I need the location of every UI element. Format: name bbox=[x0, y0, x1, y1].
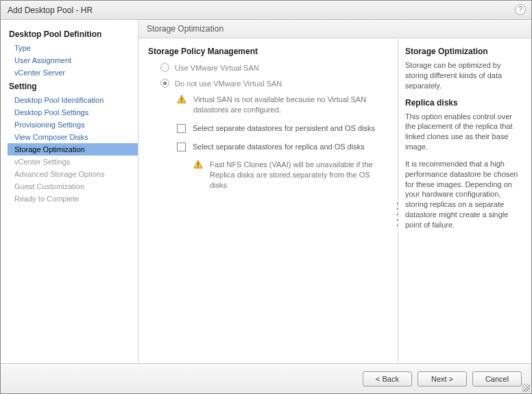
content-area: Storage Policy Management Use VMware Vir… bbox=[138, 38, 531, 363]
note-text: Virtual SAN is not available because no … bbox=[193, 95, 388, 115]
wizard-sidebar: Desktop Pool Definition Type User Assign… bbox=[1, 20, 138, 363]
help-text: This option enables control over the pla… bbox=[405, 112, 524, 152]
sidebar-item-pool-settings[interactable]: Desktop Pool Settings bbox=[8, 106, 138, 119]
sidebar-section-definition: Desktop Pool Definition bbox=[8, 27, 138, 42]
sidebar-section-setting: Setting bbox=[8, 79, 138, 94]
sidebar-item-provisioning-settings[interactable]: Provisioning Settings bbox=[8, 119, 138, 131]
window-title: Add Desktop Pool - HR bbox=[8, 5, 93, 15]
cancel-button[interactable]: Cancel bbox=[472, 371, 522, 386]
help-text: It is recommended that a high performanc… bbox=[405, 159, 524, 230]
sidebar-item-guest-customization: Guest Customization bbox=[8, 180, 138, 193]
sidebar-item-ready-to-complete: Ready to Complete bbox=[8, 193, 138, 205]
resize-grip-icon[interactable] bbox=[522, 384, 530, 392]
sidebar-item-storage-optimization[interactable]: Storage Optimization bbox=[8, 143, 138, 156]
main-panel: Storage Optimization Storage Policy Mana… bbox=[138, 20, 531, 363]
help-text: Storage can be optimized by storing diff… bbox=[405, 60, 524, 91]
checkbox-label: Select separate datastores for persisten… bbox=[193, 123, 375, 134]
checkbox-separate-replica[interactable]: Select separate datastores for replica a… bbox=[177, 142, 388, 152]
dialog-window: Add Desktop Pool - HR ? Desktop Pool Def… bbox=[0, 0, 532, 394]
checkbox-icon[interactable] bbox=[177, 124, 186, 133]
warning-icon bbox=[193, 160, 203, 169]
radio-use-vsan: Use VMware Virtual SAN bbox=[160, 63, 388, 72]
radio-label: Do not use VMware Virtual SAN bbox=[175, 79, 282, 88]
dialog-body: Desktop Pool Definition Type User Assign… bbox=[1, 20, 531, 363]
titlebar: Add Desktop Pool - HR ? bbox=[1, 1, 531, 20]
warning-icon bbox=[177, 95, 186, 104]
vsan-unavailable-note: Virtual SAN is not available because no … bbox=[177, 95, 388, 115]
sidebar-item-vcenter-settings: vCenter Settings bbox=[8, 156, 138, 168]
sidebar-item-user-assignment[interactable]: User Assignment bbox=[8, 54, 138, 66]
help-pane: Storage Optimization Storage can be opti… bbox=[398, 38, 531, 363]
back-button[interactable]: < Back bbox=[363, 371, 412, 386]
checkbox-label: Select separate datastores for replica a… bbox=[193, 142, 365, 152]
help-icon[interactable]: ? bbox=[515, 4, 526, 15]
center-pane: Storage Policy Management Use VMware Vir… bbox=[138, 38, 398, 363]
checkbox-icon[interactable] bbox=[177, 143, 186, 151]
dialog-footer: < Back Next > Cancel bbox=[1, 363, 531, 393]
sidebar-item-advanced-storage: Advanced Storage Options bbox=[8, 168, 138, 180]
sidebar-item-type[interactable]: Type bbox=[8, 42, 138, 54]
sidebar-item-vcenter-server[interactable]: vCenter Server bbox=[8, 66, 138, 79]
radio-icon bbox=[160, 79, 169, 88]
sidebar-item-pool-identification[interactable]: Desktop Pool Identification bbox=[8, 94, 138, 106]
page-header: Storage Optimization bbox=[138, 20, 531, 38]
splitter-handle[interactable] bbox=[395, 201, 400, 228]
sidebar-item-view-composer-disks[interactable]: View Composer Disks bbox=[8, 131, 138, 143]
radio-label: Use VMware Virtual SAN bbox=[175, 64, 259, 72]
next-button[interactable]: Next > bbox=[418, 371, 467, 386]
help-heading-2: Replica disks bbox=[405, 98, 524, 108]
storage-policy-heading: Storage Policy Management bbox=[148, 47, 388, 56]
help-heading-1: Storage Optimization bbox=[405, 47, 524, 56]
checkbox-separate-persistent[interactable]: Select separate datastores for persisten… bbox=[177, 123, 388, 134]
radio-icon bbox=[160, 63, 169, 72]
vaai-warning: Fast NFS Clones (VAAI) will be unavailab… bbox=[193, 160, 388, 190]
radio-no-vsan: Do not use VMware Virtual SAN bbox=[160, 79, 388, 88]
warning-text: Fast NFS Clones (VAAI) will be unavailab… bbox=[210, 160, 388, 190]
